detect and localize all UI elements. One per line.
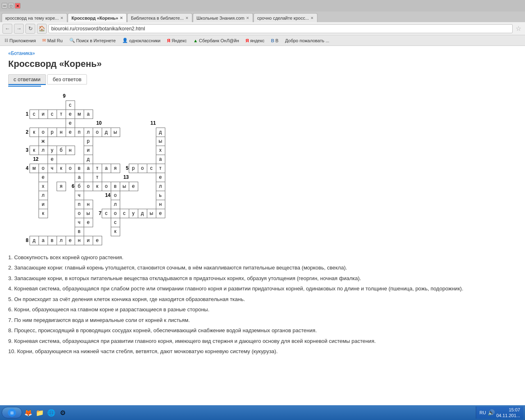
bookmark-apps[interactable]: ☷ Приложения [2,37,38,44]
cell-6-6: ы [120,182,129,191]
cell-4-9: а [102,164,111,173]
cell-11-4: а [156,155,165,164]
cell-7-2: о [111,209,120,218]
cell-4-5: о [66,164,75,173]
cell-r16-1: в [75,227,84,236]
tab-close-2[interactable]: ✕ [120,16,123,20]
bookmark-yandex2[interactable]: Я яндекс [244,37,267,44]
cell-5-4: т [156,164,165,173]
clue-8: 8. Процесс, происходящий в проводящих со… [8,326,517,335]
taskbar-tray: RU 🔊 15:07 04.11.201... [476,406,523,419]
cell-6-4: о [102,182,111,191]
cell-2-7: л [84,128,93,137]
cell-4-6: в [75,164,84,173]
cell-6-1: б [75,182,84,191]
taskbar-folder[interactable]: 📁 [34,407,45,418]
bookmark-star[interactable]: ☆ [514,25,523,33]
cell-r14-1: к [39,209,48,218]
cell-r13-1: и [39,200,48,209]
cell-r13-3: н [84,200,93,209]
cell-r6-1: ж [39,137,48,146]
tab-with-answers[interactable]: с ответами [8,74,46,85]
bookmark-mail[interactable]: ✉ Mail Ru [40,37,64,44]
home-button[interactable]: 🏠 [37,24,47,34]
cell-5-1: р [129,164,138,173]
cell-r6-2: р [84,137,93,146]
bookmark-yandex[interactable]: Я Яндекс [165,37,189,44]
forward-button[interactable]: → [14,24,24,34]
cell-3-2: л [39,146,48,155]
tab-bar: кроссворд на тему коре... ✕ Кроссворд «К… [0,11,525,22]
clue-2: 2. Запасающие корни: главный корень утол… [8,264,517,272]
nav-bar: ← → ↻ 🏠 biouroki.ru/crossword/botanika/k… [0,22,525,35]
address-bar[interactable]: biouroki.ru/crossword/botanika/koren2.ht… [48,24,513,33]
tab-3[interactable]: Библиотека в библиоте... ✕ [127,13,192,22]
cell-r8-1: е [48,155,57,164]
tray-locale: RU [479,410,486,415]
min-button[interactable]: ─ [2,3,7,9]
bookmark-sber[interactable]: ▲ Сбербанк ОнЛ@йн [191,37,241,44]
cell-r13-5: н [156,200,165,209]
cell-r14-2: о [75,209,84,218]
cell-2-2: о [39,128,48,137]
tab-close-4[interactable]: ✕ [246,16,249,20]
cell-1-2: и [39,110,48,119]
cell-8-2: а [39,236,48,245]
page-title: Кроссворд «Корень» [8,59,517,69]
tab-close-3[interactable]: ✕ [185,16,189,20]
bookmark-ok[interactable]: 👤 одноклассники [120,37,162,44]
breadcrumb-link[interactable]: «Ботаника» [8,50,35,56]
clue-9: 9. Корневая система, образующаяся при ра… [8,337,517,345]
tray-volume-icon: 🔊 [488,409,495,416]
cell-1-1: с [30,110,39,119]
tab-without-answers[interactable]: без ответов [47,74,87,84]
cell-2-8: о [93,128,102,137]
tab-5[interactable]: срочно сделайте кросс... ✕ [253,13,317,22]
cell-8-3: в [48,236,57,245]
reload-button[interactable]: ↻ [25,24,35,34]
cell-r12-2: ч [75,191,84,200]
cell-r16-2: к [111,227,120,236]
cell-r10-1: е [39,173,48,182]
cell-9-2: е [66,119,75,128]
cell-11-2: ы [156,137,165,146]
back-button[interactable]: ← [2,24,12,34]
tab-2[interactable]: Кроссворд «Корень» ✕ [68,13,127,22]
cell-4-8: т [93,164,102,173]
cell-r14-4: е [156,209,165,218]
cell-r13-4: л [111,200,120,209]
max-button[interactable]: □ [8,3,14,9]
cell-4-7: а [84,164,93,173]
crossword-table: 9 с 1 с и с т [21,91,174,245]
cell-3-5: н [66,146,75,155]
cell-2-3: р [48,128,57,137]
cell-3-3: у [48,146,57,155]
cell-1-7: а [84,110,93,119]
cell-8-5: е [66,236,75,245]
bookmark-dobro[interactable]: Добро пожаловать ... [283,37,331,44]
cell-2-10: ы [111,128,120,137]
tab-4[interactable]: Школьные Знания.com ✕ [193,13,253,22]
bookmark-vk[interactable]: В В [269,37,281,44]
close-button[interactable]: ✕ [15,3,21,9]
page-content: «Ботаника» Кроссворд «Корень» с ответами… [0,46,525,415]
cell-r11-3: л [156,182,165,191]
cell-r11-2: я [57,182,66,191]
tab-1[interactable]: кроссворд на тему коре... ✕ [2,13,67,22]
taskbar: ⊞ 🦊 📁 🌐 ⚙ RU 🔊 15:07 04.11.201... [0,405,525,420]
clue-7: 7. По ним передвигаются вода и минеральн… [8,316,517,324]
cell-6-2: о [84,182,93,191]
taskbar-chrome[interactable]: 🌐 [46,407,57,418]
tab-close-5[interactable]: ✕ [310,16,314,20]
cell-4-4: к [57,164,66,173]
bookmark-search[interactable]: 🔍 Поиск в Интернете [67,37,118,44]
taskbar-settings[interactable]: ⚙ [57,407,68,418]
tab-close-1[interactable]: ✕ [60,16,64,20]
taskbar-firefox[interactable]: 🦊 [23,407,34,418]
cell-11-3: х [156,146,165,155]
cell-8-6: н [75,236,84,245]
cell-8-4: л [57,236,66,245]
start-button[interactable]: ⊞ [2,407,22,418]
cell-r15-2: е [84,218,93,227]
cell-7-1: с [102,209,111,218]
